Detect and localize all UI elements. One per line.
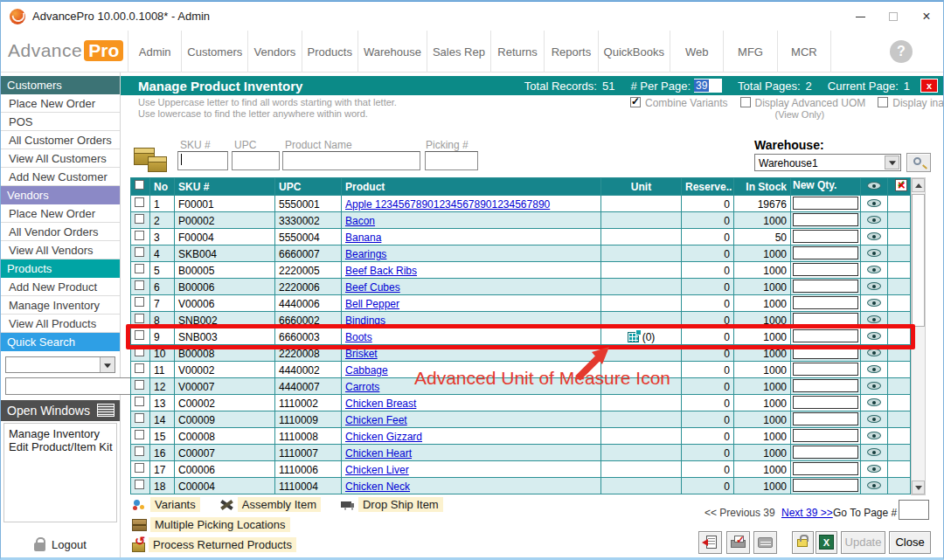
row-checkbox[interactable] — [135, 214, 144, 224]
sidebar-item[interactable]: All Vendor Orders — [1, 223, 120, 241]
update-button[interactable]: Update — [841, 531, 885, 554]
window-list-icon[interactable] — [97, 404, 115, 417]
new-qty-input[interactable] — [793, 213, 858, 226]
eye-icon[interactable] — [867, 448, 881, 456]
advanced-uom-icon[interactable] — [628, 332, 639, 342]
close-window-button[interactable]: × — [910, 2, 943, 31]
new-qty-input[interactable] — [793, 363, 858, 376]
col-header-in-stock[interactable]: In Stock — [734, 178, 791, 195]
open-window-item[interactable]: Edit Product/Item Kit — [9, 440, 116, 453]
product-link[interactable]: Bindings — [345, 315, 385, 327]
new-qty-input[interactable] — [793, 230, 858, 243]
new-qty-input[interactable] — [793, 346, 858, 359]
eye-icon[interactable] — [867, 349, 881, 356]
product-link[interactable]: Chicken Breast — [345, 398, 416, 410]
new-qty-input[interactable] — [793, 412, 858, 425]
close-page-button[interactable]: x — [920, 79, 938, 93]
previous-page-link[interactable]: << Previous 39 — [705, 507, 775, 519]
new-qty-input[interactable] — [793, 479, 858, 492]
new-qty-input[interactable] — [793, 296, 858, 309]
picking-search-input[interactable] — [425, 151, 478, 170]
eye-icon[interactable] — [867, 299, 881, 307]
nav-tab[interactable]: Warehouse — [358, 31, 427, 73]
sidebar-item[interactable]: All Customer Orders — [1, 131, 120, 149]
row-checkbox[interactable] — [135, 480, 144, 489]
eye-icon[interactable] — [867, 249, 881, 257]
row-checkbox[interactable] — [135, 197, 144, 207]
new-qty-input[interactable] — [793, 329, 858, 342]
col-header-product[interactable]: Product — [342, 178, 601, 195]
product-link[interactable]: Chicken Gizzard — [345, 431, 422, 443]
product-link[interactable]: Boots — [345, 331, 372, 343]
row-checkbox[interactable] — [135, 231, 144, 240]
print-button[interactable] — [726, 531, 750, 554]
sidebar-item[interactable]: Manage Inventory — [1, 296, 120, 315]
sidebar-item[interactable]: Add New Customer — [1, 168, 120, 186]
product-link[interactable]: Chicken Liver — [345, 464, 409, 476]
row-checkbox[interactable] — [135, 463, 144, 473]
product-link[interactable]: Chicken Heart — [345, 447, 412, 460]
close-button[interactable]: Close — [889, 531, 931, 554]
nav-tab[interactable]: Reports — [545, 31, 598, 73]
eye-icon[interactable] — [867, 315, 881, 323]
row-checkbox[interactable] — [135, 380, 144, 390]
sidebar-item[interactable]: View All Customers — [1, 149, 120, 168]
new-qty-input[interactable] — [793, 379, 858, 392]
nav-tab[interactable]: Vendors — [248, 31, 302, 73]
select-all-checkbox[interactable] — [135, 180, 144, 190]
maximize-button[interactable] — [877, 2, 910, 31]
new-qty-input[interactable] — [793, 263, 858, 276]
nav-tab[interactable]: Returns — [491, 31, 545, 73]
dropdown-arrow-icon[interactable] — [100, 357, 115, 372]
eye-icon[interactable] — [867, 465, 881, 473]
eye-icon[interactable] — [867, 398, 881, 406]
row-checkbox[interactable] — [135, 397, 144, 406]
new-qty-input[interactable] — [793, 446, 858, 459]
open-window-item[interactable]: Manage Inventory — [9, 427, 116, 440]
col-header-reserved[interactable]: Reserve.. — [682, 178, 734, 195]
option-checkbox-row[interactable]: ✓ Display Advanced UOM (View Only) — [740, 97, 866, 109]
col-header-new-qty[interactable]: New Qty. — [791, 178, 861, 195]
scroll-up-button[interactable] — [912, 178, 925, 192]
row-checkbox[interactable] — [135, 446, 144, 456]
warehouse-select[interactable]: Warehouse1 — [754, 154, 901, 171]
new-qty-input[interactable] — [793, 462, 858, 475]
eye-icon[interactable] — [867, 432, 881, 439]
new-qty-input[interactable] — [793, 313, 858, 326]
row-checkbox[interactable] — [135, 297, 144, 307]
label-printer-button[interactable] — [753, 531, 777, 554]
new-qty-input[interactable] — [793, 429, 858, 442]
logout-button[interactable]: Logout — [1, 537, 120, 551]
col-header-no[interactable]: No — [150, 178, 175, 195]
product-name-search-input[interactable] — [282, 151, 420, 170]
new-qty-input[interactable] — [793, 396, 858, 409]
product-link[interactable]: Beef Back Ribs — [345, 265, 417, 277]
row-checkbox[interactable] — [135, 413, 144, 423]
sidebar-item[interactable]: Place New Order — [1, 94, 120, 113]
row-checkbox[interactable] — [135, 314, 144, 323]
new-qty-input[interactable] — [793, 246, 858, 259]
export-excel-button[interactable]: X — [816, 531, 837, 554]
row-checkbox[interactable] — [135, 347, 144, 356]
row-checkbox[interactable] — [135, 264, 144, 273]
option-checkbox-row[interactable]: ✓ Combine Variants — [630, 97, 728, 109]
nav-tab[interactable]: MFG — [724, 31, 777, 73]
nav-tab[interactable]: Admin — [128, 31, 182, 73]
row-checkbox[interactable] — [135, 280, 144, 290]
eye-icon[interactable] — [867, 216, 881, 224]
product-link[interactable]: Bacon — [345, 215, 375, 227]
product-link[interactable]: Apple 123456789012345678901234567890 — [345, 198, 550, 211]
dropdown-arrow-icon[interactable] — [885, 156, 899, 169]
go-to-page-input[interactable] — [899, 500, 929, 520]
sidebar-section-vendors[interactable]: Vendors — [1, 186, 120, 204]
product-link[interactable]: Chicken Feet — [345, 414, 407, 426]
upc-search-input[interactable] — [232, 151, 280, 170]
option-checkbox-row[interactable]: ✓ Display inactive — [878, 97, 944, 109]
product-link[interactable]: Cabbage — [345, 364, 388, 377]
product-link[interactable]: Bell Pepper — [345, 298, 399, 310]
eye-icon[interactable] — [867, 232, 881, 240]
nav-tab[interactable]: MCR — [778, 31, 831, 73]
sidebar-item[interactable]: View All Vendors — [1, 241, 120, 259]
eye-icon[interactable] — [867, 365, 881, 373]
product-link[interactable]: Chicken Neck — [345, 480, 410, 493]
